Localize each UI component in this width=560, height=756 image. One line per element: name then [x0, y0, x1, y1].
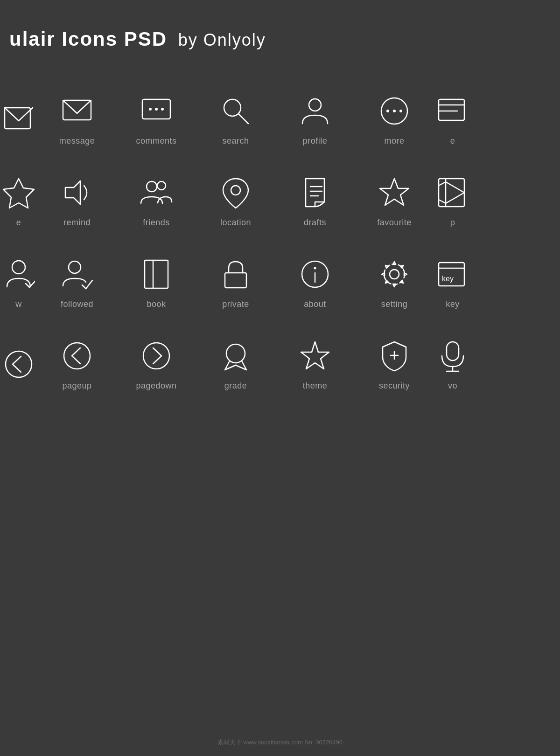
svg-rect-1	[63, 100, 91, 120]
icons-grid: message comments search	[0, 69, 560, 433]
favourite-label: favourite	[377, 218, 412, 228]
more-label: more	[384, 136, 404, 146]
icon-cell-private: private	[196, 251, 275, 314]
svg-point-28	[69, 261, 81, 273]
icon-cell-favourite: favourite	[355, 169, 434, 232]
search-label: search	[222, 136, 249, 146]
book-label: book	[147, 299, 166, 309]
pageup-icon	[58, 337, 96, 375]
grade-label: grade	[224, 381, 247, 391]
followed-icon	[58, 256, 96, 293]
drafts-icon	[296, 174, 334, 211]
svg-marker-17	[65, 181, 80, 204]
remind-label: remind	[63, 218, 91, 228]
icon-row-2: e remind friends	[0, 160, 560, 242]
partial-left-icon-4	[0, 346, 37, 383]
svg-point-34	[314, 267, 316, 270]
more-icon	[376, 92, 413, 130]
svg-point-12	[399, 110, 402, 112]
svg-rect-31	[225, 273, 246, 288]
icon-cell-drafts: drafts	[275, 169, 355, 232]
voice-label: vo	[448, 381, 457, 391]
partial-right-icon-1	[434, 92, 471, 130]
security-icon	[376, 337, 413, 375]
icon-cell-search: search	[196, 88, 275, 151]
icon-cell-security: security	[355, 333, 434, 395]
icon-cell-book: book	[117, 251, 196, 314]
remind-icon	[58, 174, 96, 211]
icon-cell-remind: remind	[37, 169, 117, 232]
svg-rect-29	[145, 260, 168, 288]
page-title: ulair Icons PSD by Onlyoly	[9, 28, 560, 50]
svg-point-10	[386, 110, 389, 112]
icon-row-3: w followed book	[0, 242, 560, 323]
partial-right-label-2: p	[450, 218, 455, 228]
setting-icon	[376, 256, 413, 293]
comments-label: comments	[136, 136, 176, 146]
svg-point-4	[155, 108, 158, 111]
favourite-icon	[376, 174, 413, 211]
security-label: security	[379, 381, 410, 391]
icon-cell-profile: profile	[275, 88, 355, 151]
partial-left-icon-3	[0, 256, 37, 293]
svg-point-42	[143, 343, 169, 369]
followed-label: followed	[61, 299, 93, 309]
profile-label: profile	[303, 136, 328, 146]
partial-icon-right-4: vo	[434, 333, 471, 395]
icon-row-4: pageup pagedown	[0, 323, 560, 405]
svg-point-11	[393, 110, 396, 112]
message-label: message	[59, 136, 95, 146]
partial-left-icon	[0, 101, 37, 138]
pagedown-label: pagedown	[136, 381, 176, 391]
book-icon	[138, 256, 175, 293]
svg-rect-13	[439, 99, 464, 120]
friends-icon	[138, 174, 175, 211]
icon-cell-pageup: pageup	[37, 333, 117, 395]
svg-text:key: key	[442, 275, 454, 283]
icon-cell-location: location	[196, 169, 275, 232]
icon-cell-grade: grade	[196, 333, 275, 395]
voice-icon	[434, 337, 471, 375]
partial-right-label-1: e	[450, 136, 455, 146]
partial-icon-right-1: e	[434, 88, 471, 151]
about-icon	[296, 256, 334, 293]
svg-point-3	[149, 108, 152, 111]
private-icon	[217, 256, 254, 293]
svg-marker-48	[301, 342, 329, 369]
theme-icon	[296, 337, 334, 375]
setting-label: setting	[381, 299, 408, 309]
svg-marker-16	[3, 179, 34, 208]
svg-point-40	[6, 351, 32, 377]
key-icon: key	[434, 256, 471, 293]
icon-cell-setting: setting	[355, 251, 434, 314]
icon-cell-message: message	[37, 88, 117, 151]
icon-cell-about: about	[275, 251, 355, 314]
watermark: 素材天下 www.sucaitianxia.com No: 00726490	[217, 738, 343, 747]
about-label: about	[304, 299, 326, 309]
pageup-label: pageup	[62, 381, 91, 391]
svg-point-43	[226, 344, 245, 363]
icon-row-1: message comments search	[0, 78, 560, 160]
partial-icon-right-3: key key	[434, 251, 471, 314]
svg-line-7	[238, 114, 248, 124]
search-icon	[217, 92, 254, 130]
svg-point-5	[161, 108, 164, 111]
partial-icon-left-3: w	[0, 251, 37, 314]
page-header: ulair Icons PSD by Onlyoly	[0, 0, 560, 69]
svg-point-19	[157, 181, 166, 190]
partial-right-icon-2	[434, 174, 471, 211]
partial-left-label-3: w	[15, 299, 22, 309]
partial-icon-left-2: e	[0, 169, 37, 232]
svg-marker-24	[380, 179, 409, 205]
svg-point-35	[390, 270, 399, 279]
location-icon	[217, 174, 254, 211]
private-label: private	[222, 299, 249, 309]
location-label: location	[220, 218, 251, 228]
message-icon	[58, 92, 96, 130]
svg-point-18	[147, 181, 157, 192]
partial-icon-right-2: p	[434, 169, 471, 232]
partial-left-label-2: e	[16, 218, 21, 228]
svg-rect-25	[439, 179, 464, 207]
svg-point-20	[231, 186, 240, 195]
icon-cell-theme: theme	[275, 333, 355, 395]
